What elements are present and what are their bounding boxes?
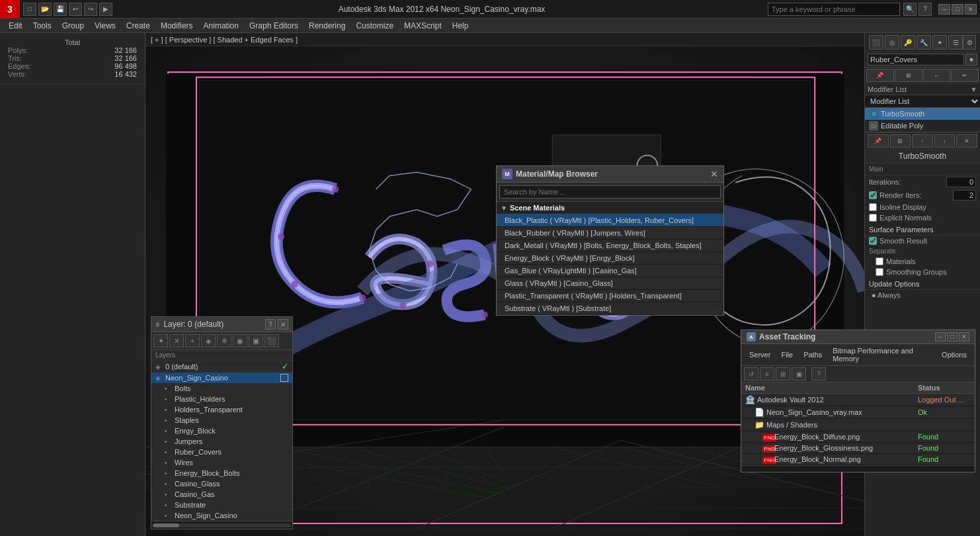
layer-item[interactable]: •Wires — [151, 457, 292, 468]
material-item[interactable]: Glass ( VRayMtl ) [Casino_Glass] — [497, 277, 723, 290]
at-scrollbar[interactable] — [741, 465, 975, 472]
layer-item[interactable]: ◈Neon_Sign_Casino — [151, 373, 292, 383]
move-up-button[interactable]: ↑ — [912, 134, 933, 148]
asset-item[interactable]: 🏦 Autodesk Vault 2012 Logged Out ... — [741, 394, 975, 406]
layer-item[interactable]: •Casino_Gas — [151, 489, 292, 500]
rp-icon-3[interactable]: 🔑 — [901, 35, 915, 50]
layer-render-button[interactable]: ▣ — [249, 334, 263, 347]
at-menu-server[interactable]: Server — [744, 349, 776, 360]
rp-icon-6[interactable]: ☰ — [948, 35, 963, 50]
layer-delete-button[interactable]: ✕ — [169, 334, 184, 347]
at-refresh-button[interactable]: ↺ — [744, 367, 758, 380]
mat-search-input[interactable] — [499, 185, 721, 199]
layer-item[interactable]: •Casino_Glass — [151, 478, 292, 489]
rp-icon-2[interactable]: ◎ — [885, 35, 899, 50]
object-color-swatch[interactable]: ■ — [965, 54, 977, 66]
layer-item[interactable]: •Neon_Sign_Casino — [151, 510, 292, 521]
tb-render[interactable]: ▶ — [99, 3, 112, 16]
menu-modifiers[interactable]: Modifiers — [155, 20, 198, 32]
rp-settings-icon[interactable]: ⚙ — [963, 35, 976, 50]
layer-item[interactable]: •Plastic_Holders — [151, 394, 292, 404]
scrollbar-track[interactable] — [153, 523, 291, 527]
at-menu-options[interactable]: Options — [936, 349, 972, 360]
scrollbar-thumb[interactable] — [153, 523, 179, 527]
tb-new[interactable]: □ — [23, 3, 36, 16]
menu-group[interactable]: Group — [57, 20, 89, 32]
layer-item[interactable]: •Substrate — [151, 500, 292, 510]
layer-select-objects-button[interactable]: ◈ — [201, 334, 216, 347]
pin-modifier-button[interactable]: 📌 — [868, 134, 889, 148]
at-menu-paths[interactable]: Paths — [798, 349, 827, 360]
layer-item[interactable]: ◈0 (default)✓ — [151, 361, 292, 373]
tb-open[interactable]: 📂 — [38, 3, 52, 16]
close-button[interactable]: ✕ — [965, 4, 977, 15]
at-close-button[interactable]: ✕ — [959, 332, 969, 341]
menu-rendering[interactable]: Rendering — [304, 20, 350, 32]
isoline-checkbox[interactable] — [869, 203, 877, 211]
delete-modifier-button[interactable]: ✕ — [956, 134, 977, 148]
at-menu-bitmap-perf[interactable]: Bitmap Performance and Memory — [827, 345, 936, 364]
render-iters-input[interactable] — [953, 190, 976, 201]
asset-item[interactable]: PNG Energy_Block_Diffuse.png Found — [741, 431, 975, 443]
menu-tools[interactable]: Tools — [28, 20, 57, 32]
layer-item[interactable]: •Energy_Block_Bolts — [151, 468, 292, 478]
at-menu-file[interactable]: File — [776, 349, 798, 360]
search-btn[interactable]: 🔍 — [903, 3, 917, 16]
material-item[interactable]: Black_Rubber ( VRayMtl ) [Jumpers, Wires… — [497, 227, 723, 240]
material-item[interactable]: Black_Plastic ( VRayMtl ) [Plastic_Holde… — [497, 214, 723, 227]
expand-modifier-button[interactable]: ⊞ — [890, 134, 911, 148]
explicit-normals-checkbox[interactable] — [869, 214, 877, 222]
rp-icon-5[interactable]: ✦ — [932, 35, 947, 50]
layer-help-button[interactable]: ? — [265, 319, 276, 330]
mat-section-header[interactable]: ▼ Scene Materials — [497, 202, 723, 214]
modifier-list-select[interactable]: Modifier List — [865, 95, 980, 108]
help-icon[interactable]: ? — [919, 3, 932, 16]
at-grid-view-button[interactable]: ⊞ — [776, 367, 790, 380]
layer-color-button[interactable]: ⬛ — [265, 334, 279, 347]
layer-hide-button[interactable]: ◉ — [233, 334, 247, 347]
asset-item[interactable]: PNG Energy_Block_Glossiness.png Found — [741, 443, 975, 454]
at-restore-button[interactable]: □ — [947, 332, 958, 341]
at-minimize-button[interactable]: ─ — [935, 332, 946, 341]
edit-tab[interactable]: ✏ — [951, 69, 979, 82]
menu-help[interactable]: Help — [447, 20, 474, 32]
layer-item[interactable]: •Ruber_Covers — [151, 447, 292, 457]
object-name-input[interactable] — [868, 54, 964, 66]
minimize-button[interactable]: ─ — [938, 4, 950, 15]
modifier-list-dropdown-icon[interactable]: ▼ — [970, 85, 977, 93]
move-down-button[interactable]: ↓ — [934, 134, 956, 148]
layer-item[interactable]: •Jumpers — [151, 436, 292, 447]
render-iters-checkbox[interactable] — [869, 191, 877, 199]
smoothing-groups-checkbox[interactable] — [876, 268, 883, 276]
modifier-turbosmooth[interactable]: ⚙ TurboSmooth — [865, 108, 980, 120]
material-item[interactable]: Substrate ( VRayMtl ) [Substrate] — [497, 302, 723, 315]
menu-animation[interactable]: Animation — [198, 20, 244, 32]
materials-checkbox[interactable] — [876, 257, 883, 265]
layer-close-button[interactable]: ✕ — [278, 319, 288, 330]
select-tab[interactable]: ⊞ — [895, 69, 922, 82]
at-help-button[interactable]: ? — [811, 367, 826, 380]
asset-item[interactable]: 📁 Maps / Shaders — [741, 419, 975, 431]
restore-button[interactable]: □ — [952, 4, 963, 15]
xform-tab[interactable]: ↔ — [923, 69, 951, 82]
menu-edit[interactable]: Edit — [3, 20, 28, 32]
at-list-view-button[interactable]: ≡ — [760, 367, 774, 380]
pin-tab[interactable]: 📌 — [866, 69, 894, 82]
layer-list[interactable]: ◈0 (default)✓◈Neon_Sign_Casino•Bolts•Pla… — [151, 361, 292, 521]
menu-views[interactable]: Views — [89, 20, 121, 32]
layer-add-selection-button[interactable]: + — [185, 334, 200, 347]
material-item[interactable]: Gas_Blue ( VRayLightMtl ) [Casino_Gas] — [497, 265, 723, 277]
menu-create[interactable]: Create — [121, 20, 155, 32]
layer-new-button[interactable]: ✦ — [153, 334, 168, 347]
tb-redo[interactable]: ↪ — [84, 3, 97, 16]
at-large-icons-button[interactable]: ▣ — [792, 367, 806, 380]
asset-item[interactable]: PNG Energy_Block_Normal.png Found — [741, 454, 975, 465]
layer-freeze-button[interactable]: ❄ — [217, 334, 231, 347]
layer-item[interactable]: •Enrgy_Block — [151, 425, 292, 436]
menu-maxscript[interactable]: MAXScript — [399, 20, 447, 32]
material-item[interactable]: Plastic_Transparent ( VRayMtl ) [Holders… — [497, 290, 723, 302]
menu-customize[interactable]: Customize — [350, 20, 399, 32]
layer-item[interactable]: •Bolts — [151, 383, 292, 394]
rp-icon-1[interactable]: ⬛ — [869, 35, 883, 50]
layer-item[interactable]: •Holders_Transparent — [151, 404, 292, 415]
